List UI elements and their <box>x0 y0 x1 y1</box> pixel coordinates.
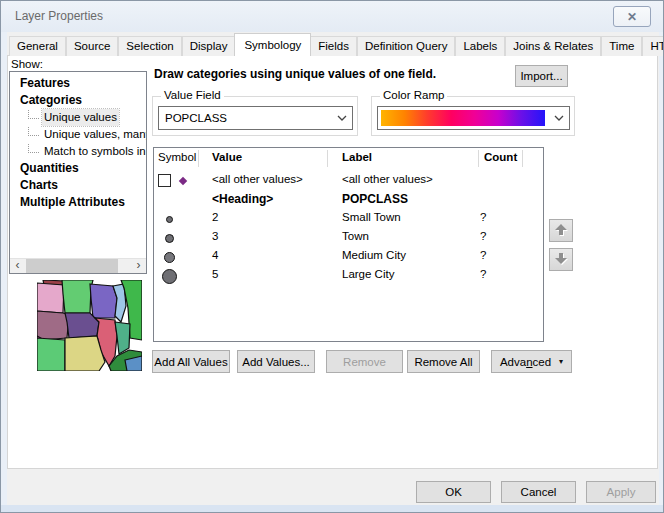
column-divider <box>198 150 199 167</box>
state-yellow-mo <box>65 336 105 371</box>
tab-symbology[interactable]: Symbology <box>234 33 311 56</box>
tree-item-label: Match to symbols in a <box>42 143 147 160</box>
cell-value: 4 <box>212 249 218 261</box>
tree-item-match-to-symbols-in-a[interactable]: Match to symbols in a <box>10 143 146 160</box>
chevron-down-icon <box>332 115 352 121</box>
tree-item-quantities[interactable]: Quantities <box>10 160 146 177</box>
cancel-button[interactable]: Cancel <box>501 481 576 503</box>
cell-label: POPCLASS <box>342 192 408 206</box>
remove-button[interactable]: Remove <box>326 350 403 373</box>
cell-value: 5 <box>212 268 218 280</box>
table-row[interactable]: <Heading>POPCLASS <box>154 190 543 209</box>
close-button[interactable]: ✕ <box>613 6 651 27</box>
tab-definition-query[interactable]: Definition Query <box>357 36 455 56</box>
tab-joins-relates[interactable]: Joins & Relates <box>505 36 601 56</box>
tree-item-unique-values-many[interactable]: Unique values, many <box>10 126 146 143</box>
tree-item-multiple-attributes[interactable]: Multiple Attributes <box>10 194 146 211</box>
value-field-group: Value Field POPCLASS <box>152 96 358 136</box>
tree-item-features[interactable]: Features <box>10 75 146 92</box>
color-ramp-swatch <box>381 110 545 126</box>
color-ramp-legend: Color Ramp <box>380 89 447 101</box>
point-symbol-icon <box>179 177 187 185</box>
tab-selection[interactable]: Selection <box>118 36 181 56</box>
cell-value: <Heading> <box>212 192 273 206</box>
apply-button[interactable]: Apply <box>586 481 656 503</box>
state-mauve-ne <box>37 311 69 340</box>
window-title: Layer Properties <box>15 9 103 23</box>
table-row[interactable]: 4Medium City? <box>154 247 543 266</box>
import-button[interactable]: Import... <box>515 65 568 87</box>
column-divider <box>522 150 523 167</box>
advanced-button[interactable]: Advanced ▾ <box>491 350 572 373</box>
value-field-value: POPCLASS <box>159 112 332 124</box>
show-tree: FeaturesCategoriesUnique valuesUnique va… <box>9 71 147 274</box>
tab-display[interactable]: Display <box>182 36 236 56</box>
tree-item-charts[interactable]: Charts <box>10 177 146 194</box>
tree-item-label: Unique values <box>42 109 119 126</box>
state-pink <box>37 283 64 313</box>
chevron-down-icon <box>549 107 569 129</box>
cell-count: ? <box>480 230 486 242</box>
dropdown-caret-icon: ▾ <box>559 357 563 366</box>
arrow-down-icon <box>553 251 569 269</box>
cell-count: ? <box>480 249 486 261</box>
tree-branch-line <box>28 110 39 119</box>
remove-all-button[interactable]: Remove All <box>407 350 480 373</box>
tab-general[interactable]: General <box>9 36 66 56</box>
tab-html-popup[interactable]: HTML Popup <box>642 36 664 56</box>
color-ramp-group: Color Ramp <box>371 96 575 136</box>
tree-item-label: Categories <box>18 92 84 109</box>
add-values-button[interactable]: Add Values... <box>237 350 315 373</box>
table-row[interactable]: <all other values><all other values> <box>154 171 543 190</box>
ok-button[interactable]: OK <box>416 481 491 503</box>
table-row[interactable]: 2Small Town? <box>154 209 543 228</box>
move-down-button[interactable] <box>549 248 573 271</box>
tree-horizontal-scrollbar[interactable]: ‹ › <box>10 258 146 273</box>
scrollbar-thumb[interactable] <box>26 259 118 274</box>
graduated-circle-icon[interactable] <box>164 252 175 263</box>
tab-time[interactable]: Time <box>601 36 642 56</box>
tree-item-unique-values[interactable]: Unique values <box>10 109 146 126</box>
arrow-up-icon <box>553 222 569 240</box>
all-other-values-checkbox[interactable] <box>158 174 171 187</box>
tab-fields[interactable]: Fields <box>310 36 357 56</box>
column-divider <box>327 150 328 167</box>
cell-label: <all other values> <box>342 173 433 185</box>
values-table: Symbol Value Label Count <all other valu… <box>153 147 544 342</box>
tree-branch-line <box>28 127 39 136</box>
scroll-left-icon[interactable]: ‹ <box>10 259 25 274</box>
value-field-dropdown[interactable]: POPCLASS <box>158 106 353 130</box>
graduated-circle-icon[interactable] <box>162 269 177 284</box>
tree-branch-line <box>28 144 39 153</box>
move-up-button[interactable] <box>549 219 573 242</box>
state-teal-in <box>115 322 130 354</box>
symbology-heading: Draw categories using unique values of o… <box>154 67 509 81</box>
column-divider <box>478 150 479 167</box>
state-purple-wi <box>90 284 117 318</box>
column-symbol: Symbol <box>158 151 196 163</box>
state-darkpurple-ia <box>65 313 99 338</box>
cell-count: ? <box>480 211 486 223</box>
tab-source[interactable]: Source <box>66 36 118 56</box>
scroll-right-icon[interactable]: › <box>131 259 146 274</box>
cell-value: <all other values> <box>212 173 303 185</box>
state-green-ks <box>37 338 65 371</box>
graduated-circle-icon[interactable] <box>165 234 174 243</box>
tree-item-label: Charts <box>18 177 60 194</box>
close-icon: ✕ <box>627 10 637 24</box>
table-row[interactable]: 3Town? <box>154 228 543 247</box>
tab-strip: GeneralSourceSelectionDisplaySymbologyFi… <box>9 34 664 56</box>
color-ramp-dropdown[interactable] <box>377 106 570 130</box>
title-bar[interactable]: Layer Properties ✕ <box>1 1 663 32</box>
graduated-circle-icon[interactable] <box>166 216 173 223</box>
table-header: Symbol Value Label Count <box>154 148 543 169</box>
column-value: Value <box>212 151 242 163</box>
column-count: Count <box>484 151 517 163</box>
cell-label: Small Town <box>342 211 401 223</box>
dialog-bottom-edge <box>1 505 663 512</box>
tree-item-label: Unique values, many <box>42 126 147 143</box>
add-all-values-button[interactable]: Add All Values <box>152 350 230 373</box>
tab-labels[interactable]: Labels <box>455 36 505 56</box>
tree-item-categories[interactable]: Categories <box>10 92 146 109</box>
table-row[interactable]: 5Large City? <box>154 266 543 285</box>
